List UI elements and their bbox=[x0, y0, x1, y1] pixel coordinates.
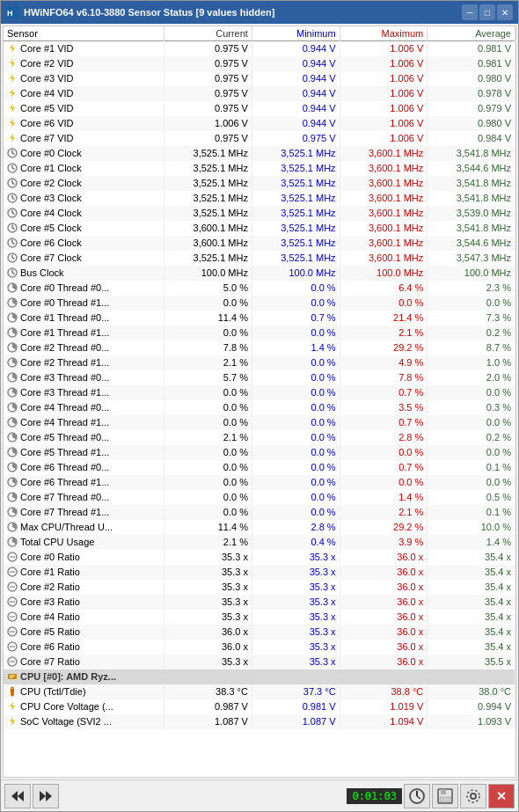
current-value: 0.0 % bbox=[164, 505, 252, 520]
save-button[interactable] bbox=[432, 784, 458, 808]
sensor-name-cell: Core #5 Thread #1... bbox=[4, 445, 164, 460]
table-row: Core #2 Ratio 35.3 x 35.3 x 36.0 x 35.4 … bbox=[4, 580, 515, 595]
svg-marker-80 bbox=[40, 791, 46, 801]
current-value: 35.3 x bbox=[164, 565, 252, 580]
sensor-name-cell: Core #7 Thread #1... bbox=[4, 505, 164, 520]
max-value: 3,600.1 MHz bbox=[340, 191, 428, 206]
table-row: Core #1 Ratio 35.3 x 35.3 x 36.0 x 35.4 … bbox=[4, 565, 515, 580]
sensor-name-cell: Core #2 Ratio bbox=[4, 580, 164, 595]
col-maximum: Maximum bbox=[340, 26, 428, 41]
app-icon: H bbox=[6, 6, 18, 18]
min-value: 35.3 x bbox=[252, 655, 340, 669]
svg-text:H: H bbox=[7, 9, 13, 18]
col-average: Average bbox=[428, 26, 515, 41]
min-value: 0.944 V bbox=[252, 71, 340, 86]
max-value: 3,600.1 MHz bbox=[340, 206, 428, 221]
avg-value: 10.0 % bbox=[428, 520, 515, 535]
max-value: 1.006 V bbox=[340, 116, 428, 131]
sensor-name-cell: Core #6 VID bbox=[4, 116, 164, 131]
max-value: 3,600.1 MHz bbox=[340, 161, 428, 176]
table-row: Core #3 VID 0.975 V 0.944 V 1.006 V 0.98… bbox=[4, 71, 515, 86]
clock-button[interactable] bbox=[404, 784, 430, 808]
main-window: H HWiNFO64 v6.10-3880 Sensor Status [9 v… bbox=[0, 0, 519, 812]
current-value: 0.975 V bbox=[164, 56, 252, 71]
avg-value: 35.4 x bbox=[428, 595, 515, 610]
sensor-name-cell: Core #7 VID bbox=[4, 131, 164, 146]
avg-value: 35.4 x bbox=[428, 565, 515, 580]
current-value: 35.3 x bbox=[164, 550, 252, 565]
table-row: Core #3 Thread #0... 5.7 % 0.0 % 7.8 % 2… bbox=[4, 370, 515, 385]
sensor-name-cell: Core #1 Thread #0... bbox=[4, 311, 164, 326]
svg-marker-6 bbox=[10, 104, 15, 113]
table-row: Total CPU Usage 2.1 % 0.4 % 3.9 % 1.4 % bbox=[4, 535, 515, 550]
avg-value: 0.0 % bbox=[428, 475, 515, 490]
sensor-name-cell: Core #3 Ratio bbox=[4, 595, 164, 610]
sensor-name-cell: Core #5 Ratio bbox=[4, 625, 164, 640]
current-value: 11.4 % bbox=[164, 311, 252, 326]
current-value: 3,525.1 MHz bbox=[164, 191, 252, 206]
min-value: 0.0 % bbox=[252, 296, 340, 311]
avg-value: 100.0 MHz bbox=[428, 266, 515, 281]
minimize-button[interactable]: ─ bbox=[462, 4, 478, 20]
sensor-name-cell: Core #1 Thread #1... bbox=[4, 326, 164, 340]
min-value: 0.7 % bbox=[252, 311, 340, 326]
close-button[interactable]: ✕ bbox=[497, 4, 513, 20]
svg-marker-5 bbox=[10, 89, 15, 98]
nav-prev-button[interactable] bbox=[4, 784, 31, 808]
sensor-name-cell: Total CPU Usage bbox=[4, 535, 164, 550]
min-value: 0.4 % bbox=[252, 535, 340, 550]
max-value: 38.8 °C bbox=[340, 684, 428, 699]
table-row: CPU [#0]: AMD Ryz... bbox=[4, 669, 515, 684]
sensor-name-cell: Core #0 Ratio bbox=[4, 550, 164, 565]
max-value: 36.0 x bbox=[340, 610, 428, 625]
min-value: 3,525.1 MHz bbox=[252, 161, 340, 176]
exit-button[interactable]: ✕ bbox=[488, 784, 515, 808]
settings-button[interactable] bbox=[460, 784, 486, 808]
min-value: 1.4 % bbox=[252, 340, 340, 355]
table-row: Core #0 Ratio 35.3 x 35.3 x 36.0 x 35.4 … bbox=[4, 550, 515, 565]
max-value: 1.006 V bbox=[340, 131, 428, 146]
svg-line-20 bbox=[12, 198, 15, 200]
sensor-name-cell: Core #4 Ratio bbox=[4, 610, 164, 625]
table-row: Core #1 VID 0.975 V 0.944 V 1.006 V 0.98… bbox=[4, 41, 515, 56]
current-value: 0.0 % bbox=[164, 385, 252, 400]
avg-value: 35.4 x bbox=[428, 580, 515, 595]
svg-line-14 bbox=[12, 168, 15, 170]
avg-value: 0.981 V bbox=[428, 56, 515, 71]
sensor-name-cell: Core #2 Thread #0... bbox=[4, 340, 164, 355]
max-value: 36.0 x bbox=[340, 595, 428, 610]
sensor-name-cell: Core #1 VID bbox=[4, 41, 164, 56]
min-value: 0.0 % bbox=[252, 355, 340, 370]
max-value: 1.006 V bbox=[340, 101, 428, 116]
current-value: 3,525.1 MHz bbox=[164, 176, 252, 191]
section-header-cell: CPU [#0]: AMD Ryz... bbox=[4, 669, 515, 684]
current-value: 2.1 % bbox=[164, 535, 252, 550]
table-row: Core #2 Clock 3,525.1 MHz 3,525.1 MHz 3,… bbox=[4, 176, 515, 191]
max-value: 36.0 x bbox=[340, 550, 428, 565]
svg-point-88 bbox=[471, 794, 476, 799]
table-row: Core #4 Thread #1... 0.0 % 0.0 % 0.7 % 0… bbox=[4, 415, 515, 430]
current-value: 0.0 % bbox=[164, 400, 252, 415]
nav-next-button[interactable] bbox=[33, 784, 59, 808]
avg-value: 3,539.0 MHz bbox=[428, 206, 515, 221]
title-bar: H HWiNFO64 v6.10-3880 Sensor Status [9 v… bbox=[1, 1, 518, 24]
table-row: Core #3 Thread #1... 0.0 % 0.0 % 0.7 % 0… bbox=[4, 385, 515, 400]
current-value: 5.0 % bbox=[164, 281, 252, 296]
svg-marker-76 bbox=[10, 702, 15, 711]
svg-rect-86 bbox=[441, 789, 446, 794]
avg-value: 3,541.8 MHz bbox=[428, 221, 515, 236]
avg-value: 0.980 V bbox=[428, 116, 515, 131]
maximize-button[interactable]: □ bbox=[479, 4, 495, 20]
sensor-name-cell: Core #1 Ratio bbox=[4, 565, 164, 580]
min-value: 3,525.1 MHz bbox=[252, 191, 340, 206]
sensor-name-cell: Core #6 Ratio bbox=[4, 640, 164, 655]
svg-line-84 bbox=[417, 796, 420, 799]
current-value: 38.3 °C bbox=[164, 684, 252, 699]
avg-value: 0.0 % bbox=[428, 296, 515, 311]
avg-value: 2.0 % bbox=[428, 370, 515, 385]
svg-marker-2 bbox=[10, 44, 15, 53]
table-row: Core #5 Thread #1... 0.0 % 0.0 % 0.0 % 0… bbox=[4, 445, 515, 460]
current-value: 0.975 V bbox=[164, 86, 252, 101]
sensor-table-container[interactable]: Sensor Current Minimum Maximum Average C… bbox=[3, 26, 516, 778]
current-value: 0.0 % bbox=[164, 326, 252, 340]
